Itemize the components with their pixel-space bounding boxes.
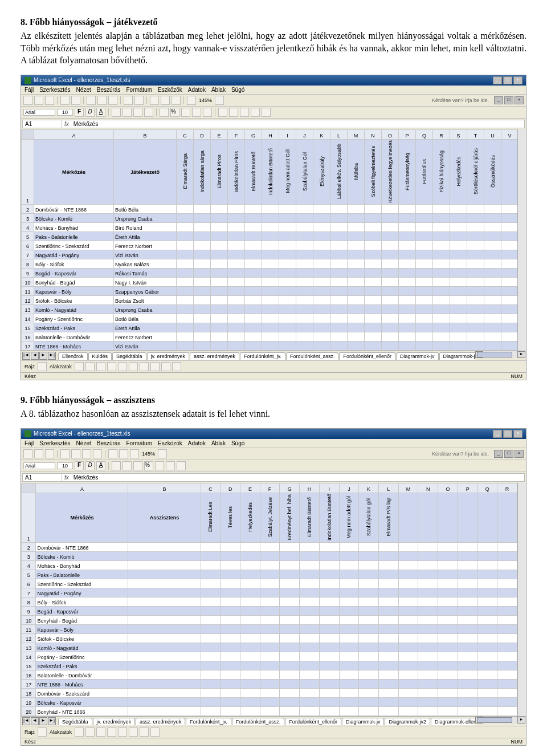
cell-person[interactable]: Nyakas Balázs xyxy=(114,259,177,269)
cell[interactable] xyxy=(339,561,359,570)
name-box[interactable]: A1 xyxy=(23,120,62,128)
cell-match[interactable]: Nagyatád - Pogány xyxy=(34,250,114,259)
workbook-max-button[interactable]: □ xyxy=(504,96,513,104)
row-header[interactable]: 9 xyxy=(22,607,36,616)
cell[interactable] xyxy=(260,689,280,698)
cell[interactable] xyxy=(433,323,450,332)
cell[interactable] xyxy=(399,305,416,314)
cell[interactable] xyxy=(382,232,399,241)
cell[interactable] xyxy=(296,296,313,305)
cell[interactable] xyxy=(296,232,313,241)
cell[interactable] xyxy=(399,269,416,278)
fx-icon[interactable]: fx xyxy=(62,121,71,127)
cell[interactable] xyxy=(365,342,382,351)
cell[interactable] xyxy=(497,643,517,652)
cell[interactable] xyxy=(359,543,379,552)
cell[interactable] xyxy=(300,579,320,588)
cell[interactable] xyxy=(319,661,339,670)
row-header[interactable]: 11 xyxy=(22,625,36,634)
cell[interactable] xyxy=(378,588,398,598)
cell[interactable] xyxy=(348,287,365,296)
tab-last-icon[interactable]: ►| xyxy=(48,717,56,725)
cell[interactable] xyxy=(477,661,497,670)
cell-match[interactable]: Bogád - Kaposvár xyxy=(34,269,114,278)
cell[interactable] xyxy=(194,323,211,332)
cell-match[interactable]: Bonyhád - Bogád xyxy=(34,278,114,287)
cell[interactable] xyxy=(319,680,339,689)
cell-match[interactable]: Paks - Balatonlelle xyxy=(34,232,114,241)
cell[interactable] xyxy=(262,241,279,250)
cell[interactable] xyxy=(438,588,458,598)
cell[interactable] xyxy=(194,250,211,259)
cell[interactable] xyxy=(194,259,211,269)
cell[interactable] xyxy=(382,269,399,278)
cell[interactable] xyxy=(438,552,458,561)
cell[interactable] xyxy=(221,561,240,570)
cell[interactable] xyxy=(228,278,245,287)
col-header[interactable]: L xyxy=(330,129,348,139)
cell[interactable] xyxy=(467,323,484,332)
cell[interactable] xyxy=(348,314,365,323)
cell-person[interactable] xyxy=(128,643,201,652)
cell[interactable] xyxy=(240,680,260,689)
borders-icon[interactable] xyxy=(155,461,164,470)
preview-icon[interactable] xyxy=(71,96,80,105)
cell[interactable] xyxy=(260,570,280,579)
col-header[interactable]: H xyxy=(262,129,279,139)
tab-first-icon[interactable]: |◄ xyxy=(22,717,30,725)
cell[interactable] xyxy=(450,241,467,250)
rect-icon[interactable] xyxy=(96,362,105,371)
cell[interactable] xyxy=(399,323,416,332)
menu-eszközök[interactable]: Eszközök xyxy=(158,87,182,93)
cell[interactable] xyxy=(477,689,497,698)
cell[interactable] xyxy=(484,342,501,351)
cell[interactable] xyxy=(201,689,221,698)
linecolor-icon[interactable] xyxy=(140,727,149,737)
sheet-tab[interactable]: assz. eredmények xyxy=(190,352,239,360)
cell-match[interactable]: Dombóvár - NTE 1866 xyxy=(34,205,114,214)
new-icon[interactable] xyxy=(23,96,32,105)
rect-icon[interactable] xyxy=(96,727,105,737)
cell[interactable] xyxy=(240,707,260,716)
align-right-icon[interactable] xyxy=(133,108,142,117)
cell-person[interactable] xyxy=(128,670,201,680)
cell[interactable] xyxy=(365,287,382,296)
sheet-tab[interactable]: Segédtábla xyxy=(58,718,92,725)
cell[interactable] xyxy=(201,670,221,680)
row-header[interactable]: 12 xyxy=(22,296,34,305)
cell[interactable] xyxy=(418,689,438,698)
cell-person[interactable] xyxy=(128,561,201,570)
cell[interactable] xyxy=(262,342,279,351)
cell[interactable] xyxy=(313,259,330,269)
cell[interactable] xyxy=(296,241,313,250)
fontcolor-icon[interactable] xyxy=(150,727,160,737)
cell[interactable] xyxy=(467,314,484,323)
formula-value[interactable]: Mérkőzés xyxy=(71,474,524,481)
cell[interactable] xyxy=(194,214,211,223)
oval-icon[interactable] xyxy=(107,727,116,737)
sheet-tab[interactable]: Fordulónként_ellenőr xyxy=(339,352,395,360)
cell[interactable] xyxy=(458,643,477,652)
cell[interactable] xyxy=(339,625,359,634)
cell[interactable] xyxy=(201,698,221,707)
cell[interactable] xyxy=(359,634,379,643)
cell[interactable] xyxy=(399,332,416,342)
cell[interactable] xyxy=(365,305,382,314)
cell[interactable] xyxy=(201,588,221,598)
cell[interactable] xyxy=(177,323,194,332)
cell[interactable] xyxy=(438,652,458,661)
cell[interactable] xyxy=(418,543,438,552)
cell[interactable] xyxy=(418,680,438,689)
cell[interactable] xyxy=(177,287,194,296)
cell[interactable] xyxy=(262,269,279,278)
cell[interactable] xyxy=(300,570,320,579)
cell[interactable] xyxy=(416,269,433,278)
cell[interactable] xyxy=(359,652,379,661)
cell-match[interactable]: Pogány - Szentlőrinc xyxy=(36,652,128,661)
cell[interactable] xyxy=(416,278,433,287)
line-icon[interactable] xyxy=(75,727,84,737)
cell[interactable] xyxy=(296,269,313,278)
cell[interactable] xyxy=(433,214,450,223)
row-header[interactable]: 1 xyxy=(22,139,34,205)
cell[interactable] xyxy=(382,314,399,323)
